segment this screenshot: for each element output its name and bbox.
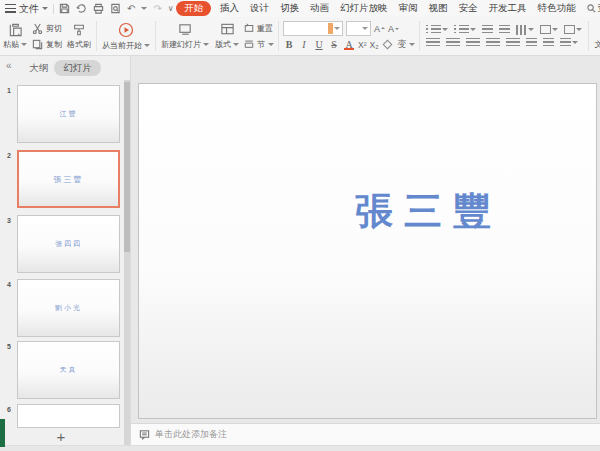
- paste-caret-icon: [21, 43, 27, 49]
- align-right-button[interactable]: [464, 38, 482, 48]
- text-direction-button[interactable]: [538, 25, 560, 34]
- new-slide-button[interactable]: 新建幻灯片: [158, 17, 212, 55]
- underline-button[interactable]: U: [313, 39, 325, 50]
- tab-review[interactable]: 审阅: [397, 1, 420, 16]
- font-family-caret-icon: [334, 27, 340, 33]
- strikethrough-button[interactable]: S: [328, 39, 340, 50]
- font-size-select[interactable]: [346, 21, 371, 36]
- tab-slideshow[interactable]: 幻灯片放映: [338, 1, 390, 16]
- section-caret-icon: [268, 43, 274, 49]
- tab-special-features[interactable]: 特色功能: [536, 1, 578, 16]
- decrease-indent-button[interactable]: [480, 25, 495, 35]
- collapse-panel-button[interactable]: «: [6, 60, 12, 71]
- layout-button[interactable]: 版式: [212, 17, 242, 55]
- notes-icon: [139, 429, 150, 440]
- grow-font-button[interactable]: A: [374, 24, 385, 34]
- reset-button[interactable]: 重置: [242, 20, 276, 36]
- increase-indent-button[interactable]: [497, 25, 512, 35]
- align-center-button[interactable]: [444, 38, 462, 48]
- divider: [53, 4, 54, 14]
- status-bar: [0, 445, 600, 451]
- menu-bar: 文件 ↶ ↷ ∨ 开始 插入 设计 切换 动画 幻灯片放映 审阅 视图 安全 开…: [0, 0, 600, 17]
- print-preview-icon[interactable]: [110, 3, 121, 14]
- distribute-button[interactable]: [504, 38, 522, 48]
- sync-icon[interactable]: [76, 3, 87, 14]
- search-icon: [587, 4, 596, 13]
- tab-security[interactable]: 安全: [457, 1, 480, 16]
- justify-button[interactable]: [484, 38, 502, 48]
- play-caret-icon: [144, 44, 150, 50]
- bold-button[interactable]: B: [283, 39, 295, 50]
- slide-thumbnail-6[interactable]: [17, 404, 120, 428]
- notes-bar[interactable]: 单击此处添加备注: [131, 423, 600, 445]
- outline-tab[interactable]: 大纲: [29, 62, 48, 75]
- slide-panel: « 大纲 幻灯片 1 江豐 2 張三豐 3 張四四 4 劉小光 5 天真 6: [0, 56, 131, 445]
- numbered-list-button[interactable]: [452, 25, 478, 35]
- slide-thumbnail-5[interactable]: 天真: [17, 341, 120, 399]
- font-color-button[interactable]: A: [343, 39, 355, 50]
- tab-devtools[interactable]: 开发工具: [487, 1, 529, 16]
- save-icon[interactable]: [59, 3, 70, 14]
- slide-thumbnail-1[interactable]: 江豐: [17, 85, 120, 143]
- add-slide-button[interactable]: +: [0, 428, 122, 445]
- file-menu[interactable]: 文件: [19, 2, 39, 16]
- slide-thumbnail-3[interactable]: 張四四: [17, 215, 120, 273]
- file-menu-caret-icon[interactable]: [42, 7, 48, 13]
- bullet-list-button[interactable]: [424, 25, 450, 35]
- tab-transitions[interactable]: 切换: [278, 1, 301, 16]
- italic-button[interactable]: I: [298, 39, 310, 50]
- slide-title-text[interactable]: 張三豐: [355, 186, 502, 237]
- clear-format-icon[interactable]: [383, 40, 393, 50]
- undo-icon[interactable]: ↶: [127, 3, 135, 14]
- font-family-select[interactable]: [283, 21, 343, 36]
- slide-number: 5: [7, 343, 11, 350]
- slide-thumbnail-2-selected[interactable]: 張三豐: [17, 150, 120, 208]
- text-effect-button[interactable]: 变: [397, 38, 406, 51]
- reset-icon: [244, 23, 254, 33]
- scissors-icon: [32, 23, 43, 34]
- subscript-button[interactable]: X₂: [370, 40, 379, 50]
- cut-button[interactable]: 剪切: [30, 20, 64, 36]
- spacing-options-button[interactable]: [558, 38, 580, 48]
- undo-caret-icon[interactable]: [141, 7, 147, 13]
- copy-icon: [32, 39, 43, 50]
- panel-header: « 大纲 幻灯片: [0, 56, 130, 80]
- print-icon[interactable]: [93, 3, 104, 14]
- slides-tab[interactable]: 幻灯片: [54, 60, 101, 76]
- slide-number: 1: [7, 87, 11, 94]
- new-slide-caret-icon: [203, 43, 209, 49]
- tab-view[interactable]: 视图: [427, 1, 450, 16]
- copy-button[interactable]: 复制: [30, 36, 64, 52]
- background-artifact: [0, 419, 5, 447]
- format-painter-button[interactable]: 格式刷: [64, 17, 94, 55]
- hamburger-menu-icon[interactable]: [5, 4, 16, 13]
- wps-presentation-window: 文件 ↶ ↷ ∨ 开始 插入 设计 切换 动画 幻灯片放映 审阅 视图 安全 开…: [0, 0, 600, 451]
- text-box-button[interactable]: 文本框: [591, 17, 600, 55]
- superscript-button[interactable]: X²: [358, 40, 367, 50]
- customize-toolbar-icon[interactable]: ∨: [168, 4, 174, 13]
- tab-insert[interactable]: 插入: [218, 1, 241, 16]
- tab-animations[interactable]: 动画: [308, 1, 331, 16]
- slide-number: 2: [7, 152, 11, 159]
- redo-icon: ↷: [153, 3, 161, 14]
- new-slide-icon: [178, 22, 193, 37]
- scrollbar-thumb[interactable]: [124, 82, 130, 252]
- section-button[interactable]: 节: [242, 36, 276, 52]
- tab-design[interactable]: 设计: [248, 1, 271, 16]
- paste-icon: [8, 22, 23, 37]
- play-from-current-button[interactable]: 从当前开始: [99, 17, 153, 55]
- font-family-value: [284, 29, 287, 38]
- section-icon: [244, 39, 254, 49]
- find-button[interactable]: 查找: [585, 1, 600, 16]
- slide-thumbnail-4[interactable]: 劉小光: [17, 279, 120, 337]
- align-left-button[interactable]: [424, 38, 442, 48]
- line-spacing-button[interactable]: [524, 38, 539, 48]
- align-text-button[interactable]: [562, 25, 584, 34]
- slide-canvas[interactable]: 張三豐: [138, 83, 597, 419]
- paragraph-spacing-button[interactable]: [541, 38, 556, 48]
- tab-home[interactable]: 开始: [176, 1, 211, 16]
- shrink-font-button[interactable]: A: [388, 24, 399, 34]
- columns-button[interactable]: [514, 25, 536, 35]
- slide-number: 6: [7, 406, 11, 413]
- paste-button[interactable]: 粘贴: [0, 17, 30, 55]
